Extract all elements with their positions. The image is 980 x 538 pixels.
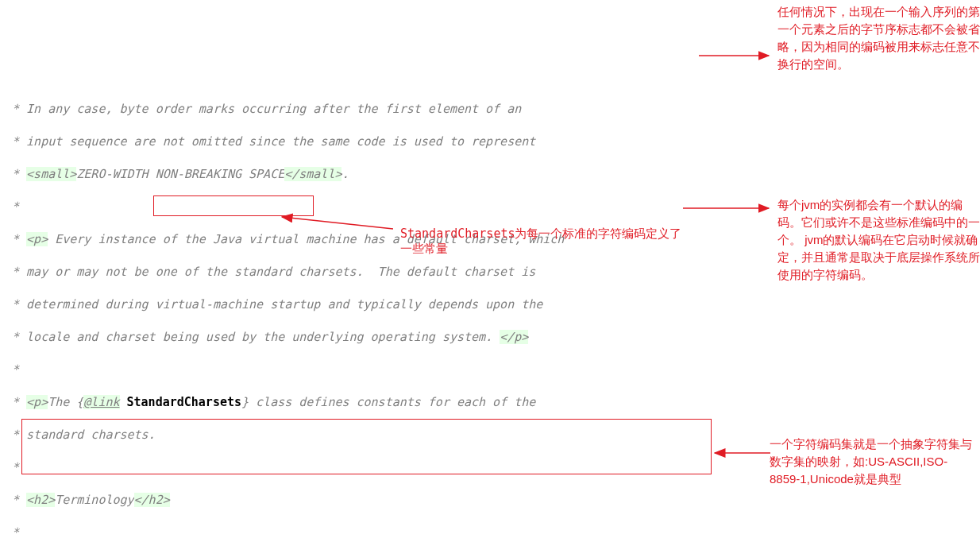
- html-tag: <small>: [26, 167, 76, 181]
- code-line: *: [5, 362, 980, 378]
- html-tag: <p>: [26, 232, 48, 246]
- code-line: * <p>The {@link StandardCharsets} class …: [5, 394, 980, 411]
- code-line: * input sequence are not omitted since t…: [5, 134, 980, 150]
- code-line: * determined during virtual-machine star…: [5, 296, 980, 313]
- arrow-icon: [699, 44, 778, 68]
- html-tag: </p>: [500, 330, 528, 344]
- javadoc-link-tag: @link: [83, 395, 119, 409]
- annotation-text: 一个字符编码集就是一个抽象字符集与数字集的映射，如:US-ASCII,ISO-8…: [770, 435, 972, 488]
- html-tag: </h2>: [134, 493, 170, 507]
- code-line: * In any case, byte order marks occurrin…: [5, 101, 980, 118]
- html-tag: </small>: [284, 167, 341, 181]
- annotation-text: 任何情况下，出现在一个输入序列的第一个元素之后的字节序标志都不会被省略，因为相同…: [777, 3, 980, 73]
- html-tag: <p>: [26, 395, 48, 409]
- class-link-standardcharsets[interactable]: StandardCharsets: [127, 395, 242, 409]
- code-line: * <h2>Terminology</h2>: [5, 492, 980, 509]
- annotation-text: 一些常量: [400, 241, 448, 257]
- annotation-text: StandardCharsets为每一个标准的字符编码定义了: [400, 226, 682, 242]
- code-line: * <small>ZERO-WIDTH NON-BREAKING SPACE</…: [5, 166, 980, 183]
- code-line: * locale and charset being used by the u…: [5, 329, 980, 346]
- html-tag: <h2>: [26, 493, 55, 507]
- code-line: *: [5, 524, 980, 538]
- annotation-text: 每个jvm的实例都会有一个默认的编码。它们或许不是这些标准编码中的一个。 jvm…: [777, 196, 980, 284]
